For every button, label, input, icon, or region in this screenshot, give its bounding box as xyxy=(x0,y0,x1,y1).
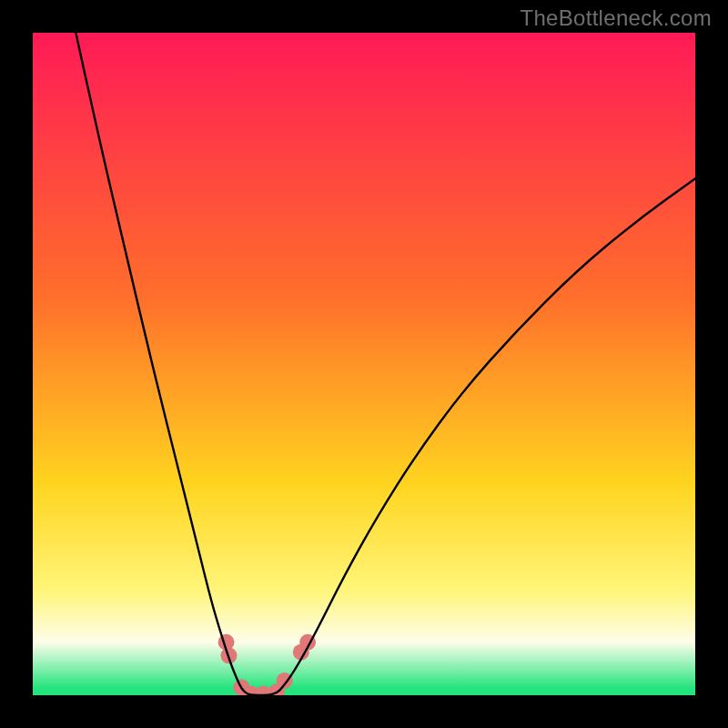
watermark-text: TheBottleneck.com xyxy=(520,5,712,31)
curve-layer xyxy=(33,33,695,695)
marker-group xyxy=(218,634,317,695)
plot-area xyxy=(33,33,695,695)
bottleneck-curve xyxy=(76,33,695,695)
chart-frame: TheBottleneck.com xyxy=(0,0,728,728)
